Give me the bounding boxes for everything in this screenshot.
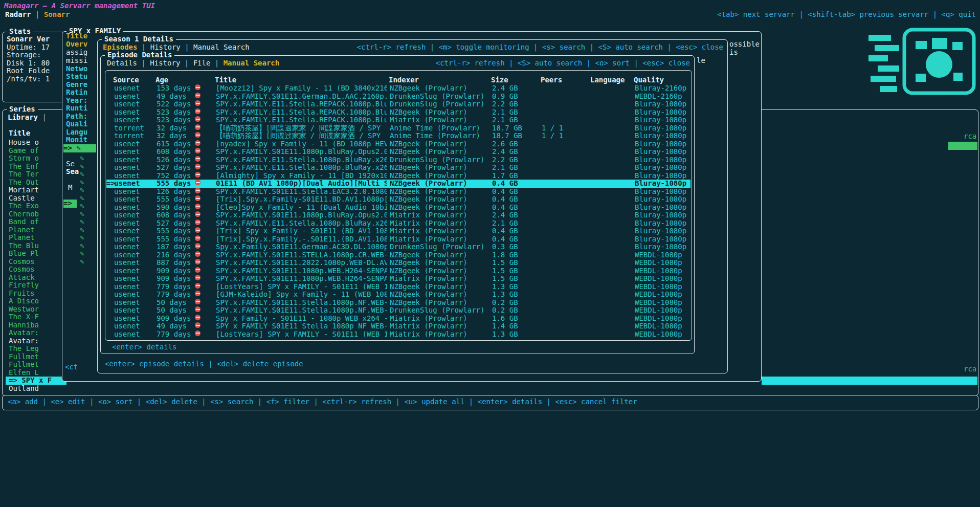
series-list-item[interactable]: Hanniba (6, 321, 66, 329)
series-list-item[interactable]: Avatar: (6, 337, 66, 345)
cell-size: 2.4 GB (492, 148, 518, 156)
episode-tab-manual-search[interactable]: Manual Search (224, 59, 280, 67)
release-row[interactable]: usenet526 daysSPY.x.FAMILY.E11.Stella.10… (106, 156, 691, 164)
rejected-icon (195, 235, 201, 241)
cell-quality: Bluray-1080p (635, 211, 691, 219)
series-library-tab[interactable]: Library | (8, 114, 47, 122)
release-row[interactable]: usenet909 daysSPY.x.FAMILY.S01E11.1080p.… (106, 275, 691, 283)
series-list-item[interactable]: The X-F (6, 313, 66, 321)
series-list-item[interactable]: Firefly (6, 281, 66, 290)
series-list-item[interactable]: Blue Pl (6, 250, 66, 258)
release-row[interactable]: usenet590 days[Cleo]Spy x Family - 11 (D… (106, 204, 691, 212)
series-list-item[interactable]: The Exo (6, 202, 66, 210)
series-list-item[interactable]: Moriart (6, 186, 66, 194)
series-list-item[interactable]: Castle (6, 194, 66, 203)
cell-indexer: DrunkenSlug (Prowlarr) (390, 306, 489, 315)
season-tab-episodes[interactable]: Episodes (103, 43, 137, 51)
series-list-item[interactable]: Cosmos (6, 266, 66, 274)
series-list-item[interactable]: The Enf (6, 163, 66, 171)
background-fragment: assig (66, 49, 87, 57)
series-list-item[interactable]: Game of (6, 147, 66, 155)
episode-tab-file[interactable]: File (193, 59, 211, 67)
cell-age: 555 days (157, 227, 191, 235)
cell-source: usenet (114, 306, 140, 315)
series-list-item[interactable]: Planet (6, 234, 66, 242)
series-list-item[interactable]: The Blu (6, 242, 66, 250)
series-list-item[interactable]: Planet (6, 226, 66, 234)
release-row[interactable]: usenet615 days[nyadex] Spy x Family - 11… (106, 140, 691, 148)
release-row[interactable]: usenet126 daysSPY.X.FAMILY.S01E11.Stella… (106, 188, 691, 196)
series-list-item[interactable]: Fullmet (6, 353, 66, 361)
release-row[interactable]: usenet779 days[GJM-Kaleido] Spy x Family… (106, 291, 691, 299)
series-list-item[interactable]: Cosmos (6, 258, 66, 266)
season-tab-manual-search[interactable]: Manual Search (193, 43, 250, 51)
release-row[interactable]: usenet608 daysSPY.x.FAMILY.S01E11.1080p.… (106, 148, 691, 156)
series-list-item[interactable]: The Ter (6, 170, 66, 179)
series-list-item[interactable]: Storm o (6, 155, 66, 163)
release-row[interactable]: usenet523 daysSPY.x.FAMILY.E11.Stella.RE… (106, 116, 691, 124)
rejected-icon (195, 259, 201, 264)
monitored-pencil-icon: ✎ (80, 202, 84, 210)
release-row[interactable]: usenet555 days[Trix].Spy.x.Family-S01E11… (106, 195, 691, 204)
servarr-tab-radarr[interactable]: Radarr (5, 10, 31, 18)
episode-details-popup: Episode Details Details | History | File… (100, 55, 695, 354)
cell-title: SPY.x.FAMILY.S01E11.Stella.1080p.NF.WEB-… (216, 306, 387, 315)
cell-quality: WEBDL-1080p (635, 267, 691, 275)
monitored-pencil-icon: ✎ (80, 242, 84, 250)
servarr-tab-sonarr[interactable]: Sonarr (44, 10, 70, 18)
cell-quality: WEBDL-1080p (635, 306, 691, 315)
series-list-item[interactable]: Chernob (6, 210, 66, 218)
release-row[interactable]: usenet523 daysSPY.x.FAMILY.E11.Stella.RE… (106, 108, 691, 117)
series-list-item[interactable]: Westwor (6, 305, 66, 314)
release-row[interactable]: usenet779 days[LostYears] SPY x FAMILY -… (106, 283, 691, 291)
release-row[interactable]: usenet909 daysSpy x Family - S01E11 - 10… (106, 315, 691, 323)
release-row[interactable]: usenet608 daysSPY.x.FAMILY.S01E11.1080p.… (106, 211, 691, 219)
release-row[interactable]: =>usenet555 days01E11 (BD AV1 1080p)[Dua… (106, 180, 691, 188)
release-row[interactable]: usenet527 daysSPY.x.FAMILY.E11.Stella.10… (106, 164, 691, 172)
series-list-item[interactable]: => SPY x F (6, 377, 66, 385)
series-list-item[interactable]: Elfen L (6, 369, 66, 377)
series-list-item[interactable]: Band of (6, 218, 66, 226)
series-list-item[interactable]: Fullmet (6, 361, 66, 369)
series-list-item[interactable]: House o (6, 139, 66, 147)
series-list-item[interactable]: Avatar: (6, 329, 66, 337)
cell-indexer: NZBgeek (Prowlarr) (390, 267, 489, 275)
cell-title: SPY.X.FAMILY.S01E11.Stella.EAC3.2.0.1080… (216, 188, 387, 196)
release-row[interactable]: usenet555 days[Trix] Spy x Family - S01E… (106, 227, 691, 235)
series-list-item[interactable]: Fruits (6, 290, 66, 298)
release-row[interactable]: usenet527 daysSPY.x.FAMILY.E11.Stella.10… (106, 219, 691, 228)
rejected-icon (195, 180, 201, 185)
release-row[interactable]: usenet49 daysSPY.x.FAMILY.S01E11.German.… (106, 93, 691, 101)
release-row[interactable]: usenet522 daysSPY.x.FAMILY.E11.Stella.RE… (106, 100, 691, 108)
cell-title: SPY.x.FAMILY.E11.Stella.1080p.BluRay.x26… (216, 164, 387, 172)
release-row[interactable]: usenet49 daysSPY x FAMILY S01E11 Stella … (106, 322, 691, 330)
series-list-item[interactable]: A Disco (6, 297, 66, 305)
series-list-item[interactable]: The Out (6, 179, 66, 187)
series-list-item[interactable]: Outland (6, 385, 66, 393)
rejected-icon (195, 251, 201, 257)
cell-quality: Bluray-1080p (635, 195, 691, 204)
episode-tab-details[interactable]: Details (107, 59, 137, 67)
cell-indexer: NZBgeek (Prowlarr) (390, 172, 489, 180)
release-row[interactable]: torrent32 days【喵萌奶茶屋】[间谍过家家 / 间谍家家酒 / SP… (106, 132, 691, 140)
release-row[interactable]: usenet50 daysSPY.x.FAMILY.S01E11.Stella.… (106, 299, 691, 307)
series-list-item[interactable]: Attack (6, 274, 66, 282)
release-row[interactable]: usenet187 daysSpy.x.Family.S01E11.German… (106, 243, 691, 251)
season-tab-history[interactable]: History (150, 43, 181, 51)
cell-indexer: Anime Time (Prowlarr) (390, 132, 489, 140)
release-row[interactable]: usenet153 days[Moozzi2] Spy x Family - 1… (106, 84, 691, 93)
release-row[interactable]: usenet216 daysSPY.x.FAMILY.S01E11.STELLA… (106, 251, 691, 259)
cell-size: 0.4 GB (492, 180, 518, 188)
cell-title: SPY.x.FAMILY.E11.Stella.REPACK.1080p.Blu… (216, 116, 387, 124)
series-list-item[interactable]: The Leg (6, 345, 66, 353)
release-row[interactable]: usenet50 daysSPY.x.FAMILY.S01E11.Stella.… (106, 306, 691, 315)
release-row[interactable]: usenet779 days[LostYears] SPY x FAMILY -… (106, 330, 691, 339)
release-row[interactable]: usenet887 daysSPY.x.FAMILY.S01E11.2022.1… (106, 259, 691, 267)
release-row[interactable]: usenet555 days[Trix].Spy.x.Family.-.S01E… (106, 235, 691, 244)
release-row[interactable]: usenet909 daysSPY.x.FAMILY.S01E11.1080p.… (106, 267, 691, 275)
cell-title: SPY.x.FAMILY.S01E11.1080p.WEB.H264-SENPA… (216, 267, 387, 275)
release-row[interactable]: usenet752 days[Almighty] Spy x Family - … (106, 172, 691, 180)
release-row[interactable]: torrent32 days【喵萌奶茶屋】[間諜過家家 / 間諜家家酒 / SP… (106, 124, 691, 133)
cell-size: 1.5 GB (492, 267, 518, 275)
episode-tab-history[interactable]: History (150, 59, 180, 67)
